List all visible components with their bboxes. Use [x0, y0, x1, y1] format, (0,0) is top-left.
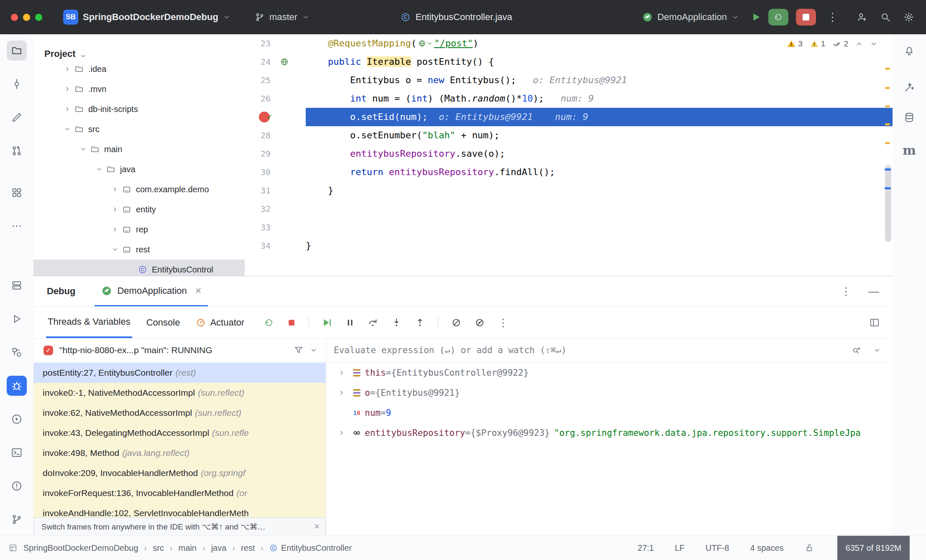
- scrollbar-thumb[interactable]: [885, 165, 891, 242]
- stop-process-button[interactable]: [287, 318, 296, 327]
- tree-item-java[interactable]: java: [33, 159, 245, 179]
- breadcrumb[interactable]: SpringBootDockerDemoDebug›src›main›java›…: [8, 543, 352, 553]
- stack-frame[interactable]: invokeAndHandle:102, ServletInvocableHan…: [33, 503, 326, 517]
- breadcrumb-item[interactable]: SpringBootDockerDemoDebug: [23, 543, 138, 553]
- line-number[interactable]: 29: [245, 145, 271, 163]
- minimize-window-button[interactable]: [23, 14, 30, 21]
- vcs-branch-widget[interactable]: master: [255, 12, 310, 23]
- tool-stripe-button-project[interactable]: [7, 41, 27, 61]
- debug-options-button[interactable]: ⋮: [841, 286, 852, 297]
- tree-item-rest[interactable]: rest: [33, 239, 245, 260]
- stack-frame[interactable]: invoke:43, DelegatingMethodAccessorImpl(…: [33, 423, 326, 443]
- gutter[interactable]: 30: [245, 163, 306, 181]
- chevron-right-icon[interactable]: [110, 206, 120, 213]
- run-configuration-widget[interactable]: DemoApplication: [642, 12, 739, 23]
- close-icon[interactable]: ×: [314, 522, 320, 531]
- editor-scrollbar[interactable]: [883, 34, 892, 276]
- expand-chevron-icon[interactable]: [335, 369, 349, 376]
- chevron-down-icon[interactable]: [310, 346, 317, 354]
- line-number[interactable]: 33: [245, 218, 271, 237]
- tool-stripe-button-terminal[interactable]: [7, 443, 27, 463]
- url-inlay-globe-icon[interactable]: [418, 39, 433, 48]
- stack-frame[interactable]: invoke:498, Method(java.lang.reflect): [33, 443, 326, 463]
- evaluate-expression-field[interactable]: Evaluate expression (↵) or add a watch (…: [326, 339, 893, 362]
- chevron-right-icon[interactable]: [62, 106, 73, 112]
- warning-stripe-mark[interactable]: [885, 123, 890, 125]
- layout-settings-button[interactable]: [869, 317, 880, 328]
- weak-warnings-indicator[interactable]: 1: [810, 39, 826, 48]
- run-button[interactable]: [750, 11, 762, 23]
- thread-selector[interactable]: ✓ "http-nio-8080-ex...p "main": RUNNING: [33, 339, 326, 362]
- chevron-down-icon[interactable]: [110, 246, 120, 253]
- warning-stripe-mark[interactable]: [885, 87, 890, 89]
- code-text[interactable]: [306, 200, 893, 218]
- line-number[interactable]: 28: [245, 126, 271, 145]
- tool-stripe-button-run[interactable]: [7, 309, 27, 329]
- rerun-debug-button[interactable]: [768, 9, 788, 25]
- breadcrumb-item[interactable]: src: [153, 543, 164, 553]
- line-number[interactable]: [245, 108, 271, 126]
- tool-stripe-button-maven[interactable]: m: [899, 140, 919, 160]
- zoom-window-button[interactable]: [35, 14, 42, 21]
- tab-threads-variables[interactable]: Threads & Variables: [46, 307, 132, 338]
- endpoint-globe-icon[interactable]: [280, 57, 289, 66]
- warning-stripe-mark[interactable]: [885, 68, 890, 70]
- read-write-lock-icon[interactable]: [805, 543, 814, 552]
- filter-icon[interactable]: [294, 345, 304, 355]
- passed-indicator[interactable]: 2: [832, 39, 848, 48]
- tree-item-main[interactable]: main: [33, 139, 245, 159]
- memory-indicator[interactable]: 6357 of 8192M: [837, 536, 910, 560]
- tool-stripe-button-profiler[interactable]: [7, 409, 27, 429]
- gutter[interactable]: 31: [245, 181, 306, 200]
- chevron-right-icon[interactable]: [110, 226, 120, 233]
- chevron-right-icon[interactable]: [62, 86, 73, 92]
- variable-row-this[interactable]: this = {EntitybusController@9922}: [326, 363, 893, 383]
- tool-stripe-button-database[interactable]: [899, 107, 919, 127]
- code-text[interactable]: return entitybusRepository.findAll();: [306, 163, 893, 181]
- gutter[interactable]: 29: [245, 145, 306, 163]
- variable-row-entitybusRepository[interactable]: entitybusRepository = {$Proxy96@9923}"or…: [326, 423, 893, 443]
- gutter[interactable]: [245, 108, 306, 126]
- line-number[interactable]: 30: [245, 163, 271, 181]
- editor[interactable]: 23 @RequestMapping("/post")24 public Ite…: [245, 34, 893, 276]
- warnings-indicator[interactable]: 3: [787, 39, 803, 48]
- gutter[interactable]: 32: [245, 200, 306, 218]
- next-problem-button[interactable]: [870, 40, 877, 48]
- gutter[interactable]: 23: [245, 34, 306, 53]
- tool-stripe-button-pull-requests[interactable]: [7, 141, 27, 161]
- tree-item-db-init-scripts[interactable]: db-init-scripts: [33, 99, 245, 119]
- encoding[interactable]: UTF-8: [706, 543, 729, 553]
- code-text[interactable]: }: [306, 181, 893, 200]
- variable-row-o[interactable]: o = {Entitybus@9921}: [326, 383, 893, 403]
- line-ending[interactable]: LF: [675, 543, 684, 553]
- stack-frame[interactable]: doInvoke:209, InvocableHandlerMethod(org…: [33, 463, 326, 483]
- expand-chevron-icon[interactable]: [335, 389, 349, 396]
- info-stripe-mark[interactable]: [885, 187, 891, 189]
- chevron-down-icon[interactable]: [78, 146, 89, 153]
- gutter[interactable]: 26: [245, 89, 306, 108]
- search-everywhere-button[interactable]: [880, 12, 891, 23]
- line-number[interactable]: 25: [245, 71, 271, 89]
- line-number[interactable]: 23: [245, 34, 271, 53]
- tool-stripe-button-more-tool-windows[interactable]: [7, 216, 27, 236]
- tool-stripe-button-ai-assistant[interactable]: [899, 77, 919, 97]
- gutter[interactable]: 34: [245, 237, 306, 255]
- breadcrumb-item[interactable]: CEntitybusController: [269, 543, 352, 553]
- gutter[interactable]: 24: [245, 53, 306, 71]
- tree-item-src[interactable]: src: [33, 119, 245, 139]
- rerun-button[interactable]: [263, 317, 274, 328]
- chevron-down-icon[interactable]: [62, 126, 73, 132]
- breadcrumb-item[interactable]: java: [211, 543, 227, 553]
- gutter[interactable]: 25: [245, 71, 306, 89]
- chevron-down-icon[interactable]: [94, 166, 105, 173]
- resume-button[interactable]: [322, 317, 333, 328]
- prev-problem-button[interactable]: [855, 40, 863, 48]
- add-watch-icon[interactable]: [852, 345, 862, 355]
- gutter[interactable]: 33: [245, 218, 306, 237]
- line-number[interactable]: 34: [245, 237, 271, 255]
- stack-frame[interactable]: invoke:62, NativeMethodAccessorImpl(sun.…: [33, 403, 326, 423]
- inspections-widget[interactable]: 3 1 2: [784, 38, 880, 49]
- line-number[interactable]: 24: [245, 53, 271, 71]
- code-text[interactable]: public Iterable postEntity() {: [306, 53, 893, 71]
- chevron-right-icon[interactable]: [62, 66, 73, 72]
